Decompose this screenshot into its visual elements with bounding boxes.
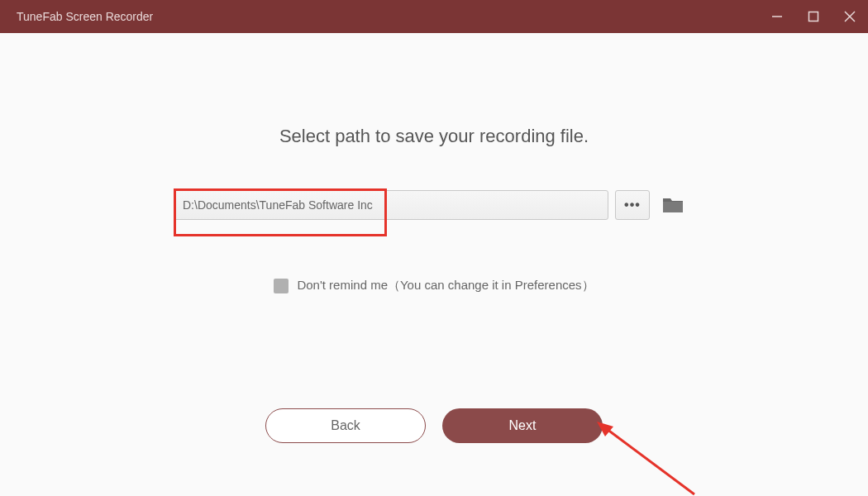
title-bar: TuneFab Screen Recorder [0,0,868,33]
maximize-icon [808,11,819,22]
minimize-button[interactable] [759,0,795,33]
back-button[interactable]: Back [265,408,426,443]
path-row: ••• [174,190,686,220]
next-button[interactable]: Next [442,408,603,443]
window-title: TuneFab Screen Recorder [17,10,759,23]
content-area: Select path to save your recording file.… [0,33,868,496]
page-heading: Select path to save your recording file. [0,33,868,147]
window-controls [759,0,868,33]
close-button[interactable] [832,0,868,33]
browse-folder-button[interactable] [660,194,686,216]
maximize-button[interactable] [795,0,832,33]
minimize-icon [771,11,783,22]
remind-row: Don't remind me（You can change it in Pre… [0,278,868,293]
close-icon [843,10,856,23]
svg-rect-4 [663,202,683,212]
dont-remind-checkbox[interactable] [274,279,289,293]
save-path-input[interactable] [174,190,608,220]
more-options-button[interactable]: ••• [615,190,650,220]
folder-icon [662,196,684,214]
button-row: Back Next [0,408,868,443]
svg-rect-1 [809,12,818,21]
dont-remind-label: Don't remind me（You can change it in Pre… [297,278,594,293]
